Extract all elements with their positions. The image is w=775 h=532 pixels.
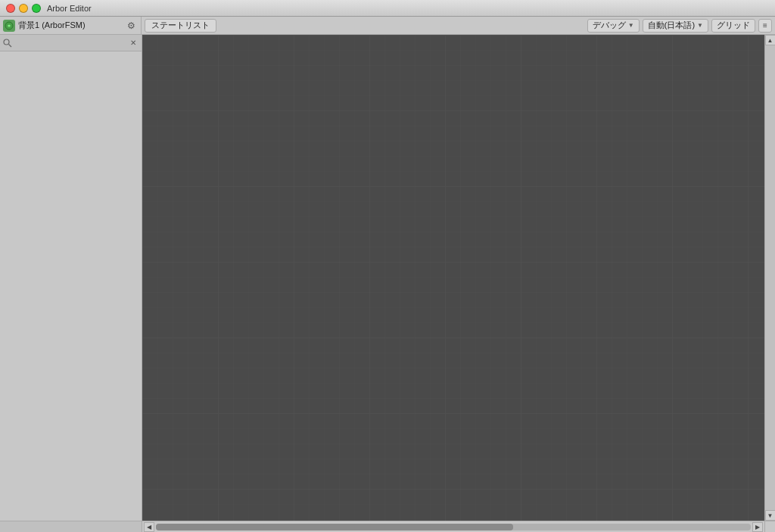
toolbar: 背景1 (ArborFSM) ⚙ ステートリスト デバッグ ▼ 自動(日本語) … [0, 17, 775, 35]
view-options-icon: ≡ [763, 21, 767, 30]
fsm-icon [3, 20, 15, 32]
canvas-area[interactable] [142, 35, 764, 521]
scroll-corner [764, 521, 775, 532]
grid-toggle-button[interactable]: グリッド [711, 19, 755, 33]
content-area: ✕ ▲ [0, 35, 775, 521]
language-dropdown[interactable]: 自動(日本語) ▼ [643, 19, 708, 33]
language-label: 自動(日本語) [648, 20, 695, 31]
language-dropdown-arrow: ▼ [697, 22, 703, 29]
state-list-button[interactable]: ステートリスト [145, 19, 216, 33]
horizontal-scrollbar: ◀ ▶ [142, 521, 764, 532]
debug-dropdown-arrow: ▼ [628, 22, 634, 29]
vertical-scrollbar: ▲ ▼ [764, 35, 775, 521]
scroll-right-icon: ▶ [755, 524, 760, 530]
toolbar-right: デバッグ ▼ 自動(日本語) ▼ グリッド ≡ [584, 17, 775, 34]
bottom-sidebar-spacer [0, 521, 142, 532]
debug-label: デバッグ [593, 20, 626, 31]
scroll-up-icon: ▲ [767, 37, 773, 44]
bottom-bar: ◀ ▶ [0, 521, 775, 532]
fsm-label: 背景1 (ArborFSM) [18, 20, 86, 31]
debug-dropdown[interactable]: デバッグ ▼ [587, 19, 640, 33]
window-controls [6, 4, 41, 13]
scroll-left-icon: ◀ [147, 524, 151, 530]
main-layout: 背景1 (ArborFSM) ⚙ ステートリスト デバッグ ▼ 自動(日本語) … [0, 17, 775, 532]
scroll-down-button[interactable]: ▼ [765, 510, 776, 521]
search-icon [3, 39, 12, 48]
sidebar-close-button[interactable]: ✕ [128, 37, 139, 48]
vertical-scroll-track[interactable] [765, 45, 775, 510]
horizontal-scroll-track[interactable] [156, 524, 751, 530]
svg-point-1 [4, 39, 9, 45]
sidebar: ✕ [0, 35, 142, 521]
horizontal-scroll-thumb [156, 524, 513, 530]
toolbar-center: ステートリスト [142, 17, 584, 34]
window-title: Arbor Editor [47, 4, 92, 13]
close-button[interactable] [6, 4, 15, 13]
scroll-right-button[interactable]: ▶ [752, 522, 763, 532]
grid-background [142, 35, 764, 521]
gear-icon[interactable]: ⚙ [127, 20, 138, 31]
view-options-button[interactable]: ≡ [758, 19, 772, 33]
minimize-button[interactable] [19, 4, 28, 13]
scroll-up-button[interactable]: ▲ [765, 35, 776, 45]
sidebar-content [0, 51, 142, 521]
scroll-left-button[interactable]: ◀ [144, 522, 154, 532]
maximize-button[interactable] [32, 4, 41, 13]
scroll-down-icon: ▼ [767, 512, 773, 519]
title-bar: Arbor Editor [0, 0, 775, 17]
toolbar-left: 背景1 (ArborFSM) ⚙ [0, 17, 142, 34]
sidebar-search-bar: ✕ [0, 35, 142, 51]
svg-rect-5 [142, 35, 764, 521]
svg-line-2 [9, 44, 12, 47]
